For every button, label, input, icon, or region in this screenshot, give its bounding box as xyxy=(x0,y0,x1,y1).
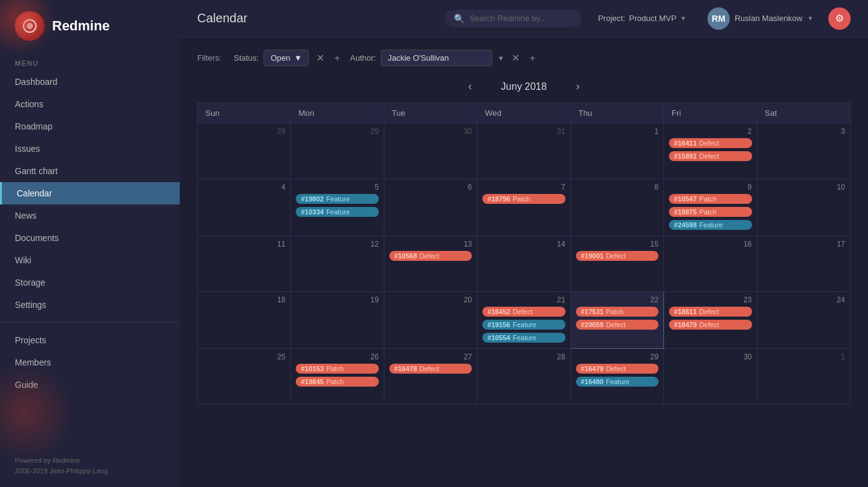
cell-date: 27 xyxy=(389,353,472,361)
issue-type: Defect xyxy=(606,365,626,372)
menu-label: MENU xyxy=(0,55,180,71)
cell-date: 22 xyxy=(576,296,658,304)
calendar-cell: 28 xyxy=(477,349,570,405)
issue-type: Patch xyxy=(699,195,717,203)
status-filter-select[interactable]: Open ▼ xyxy=(264,50,309,66)
issue-type: Feature xyxy=(513,321,536,328)
sidebar-item-settings[interactable]: Settings xyxy=(0,294,180,316)
cell-date: 28 xyxy=(203,127,285,136)
issue-badge[interactable]: #19156Feature xyxy=(482,320,565,330)
issue-type: Defect xyxy=(699,321,719,328)
issue-badge[interactable]: #16478Defect xyxy=(389,364,472,374)
cell-date: 18 xyxy=(203,296,285,304)
cell-date: 30 xyxy=(389,127,472,136)
calendar-day-header-thu: Thu xyxy=(570,103,663,123)
sidebar-item-actions[interactable]: Actions xyxy=(0,93,180,115)
cell-date: 10 xyxy=(763,183,845,191)
cell-date: 4 xyxy=(203,183,285,191)
author-filter-clear[interactable]: ✕ xyxy=(509,51,522,65)
issue-badge[interactable]: #10153Patch xyxy=(296,364,378,374)
issue-id: #19156 xyxy=(487,321,510,328)
issue-type: Patch xyxy=(513,195,530,203)
user-profile[interactable]: RM Ruslan Maslenkow ▼ xyxy=(702,5,818,32)
calendar-cell: 17 xyxy=(757,236,850,292)
cell-date: 9 xyxy=(669,183,751,191)
project-selector[interactable]: Project: Product MVP ▼ xyxy=(591,10,693,27)
next-month-button[interactable]: › xyxy=(571,77,585,95)
issue-badge[interactable]: #24598Feature xyxy=(669,220,751,230)
issue-badge[interactable]: #16411Defect xyxy=(669,138,751,148)
cell-date: 8 xyxy=(576,183,658,191)
sidebar: Redmine MENU DashboardActionsRoadmapIssu… xyxy=(0,0,180,487)
sidebar-item-wiki[interactable]: Wiki xyxy=(0,249,180,271)
issue-type: Patch xyxy=(699,208,717,216)
author-filter-add[interactable]: + xyxy=(527,51,538,65)
issue-badge[interactable]: #16480Feature xyxy=(576,377,658,387)
settings-icon[interactable]: ⚙ xyxy=(828,7,851,30)
status-filter-group: Status: Open ▼ ✕ + xyxy=(234,50,343,66)
cell-date: 7 xyxy=(482,183,565,191)
sidebar-item-storage[interactable]: Storage xyxy=(0,271,180,294)
issue-id: #17531 xyxy=(581,308,604,315)
issue-badge[interactable]: #10554Feature xyxy=(482,333,565,343)
sidebar-item-news[interactable]: News xyxy=(0,204,180,227)
cell-date: 1 xyxy=(763,353,845,361)
issue-badge[interactable]: #18796Patch xyxy=(482,194,565,204)
calendar-cell: 30 xyxy=(664,349,757,405)
issue-id: #16452 xyxy=(487,308,510,315)
project-name: Product MVP xyxy=(629,14,676,23)
calendar-cell: 31 xyxy=(477,123,570,179)
issue-id: #19001 xyxy=(581,252,604,260)
calendar-grid: SunMonTueWedThuFriSat 2829303112#16411De… xyxy=(197,103,851,405)
issue-type: Feature xyxy=(326,208,350,216)
issue-badge[interactable]: #19001Defect xyxy=(576,251,658,261)
issue-badge[interactable]: #17531Patch xyxy=(576,307,658,317)
issue-badge[interactable]: #16479Defect xyxy=(576,364,658,374)
issue-type: Patch xyxy=(606,308,623,315)
calendar-cell: 4 xyxy=(198,179,291,236)
sidebar-item-members[interactable]: Members xyxy=(0,351,180,374)
calendar-day-header-sun: Sun xyxy=(198,103,291,123)
issue-badge[interactable]: #19875Patch xyxy=(669,207,751,217)
status-filter-add[interactable]: + xyxy=(332,51,342,65)
sidebar-item-issues[interactable]: Issues xyxy=(0,138,180,160)
sidebar-item-calendar[interactable]: Calendar xyxy=(0,182,180,204)
status-filter-clear[interactable]: ✕ xyxy=(314,51,327,65)
issue-badge[interactable]: #18479Defect xyxy=(669,320,751,330)
prev-month-button[interactable]: ‹ xyxy=(463,77,477,95)
issue-badge[interactable]: #20059Defect xyxy=(576,320,658,330)
sidebar-item-guide[interactable]: Guide xyxy=(0,374,180,396)
search-bar[interactable]: 🔍 xyxy=(445,10,582,27)
issue-badge[interactable]: #10568Defect xyxy=(389,251,472,261)
issue-badge[interactable]: #19845Patch xyxy=(296,377,378,387)
cell-date: 30 xyxy=(669,353,751,361)
header: Calendar 🔍 Project: Product MVP ▼ RM Rus… xyxy=(180,0,868,37)
issue-badge[interactable]: #18611Defect xyxy=(669,307,751,317)
cell-date: 17 xyxy=(763,240,845,248)
sidebar-item-documents[interactable]: Documents xyxy=(0,227,180,249)
issue-type: Feature xyxy=(606,378,629,385)
sidebar-item-dashboard[interactable]: Dashboard xyxy=(0,71,180,93)
issue-badge[interactable]: #16452Defect xyxy=(482,307,565,317)
sidebar-item-roadmap[interactable]: Roadmap xyxy=(0,115,180,138)
calendar-cell: 9#10547Patch#19875Patch#24598Feature xyxy=(664,179,757,236)
issue-id: #18611 xyxy=(674,308,697,315)
issue-id: #15891 xyxy=(674,152,697,160)
issue-badge[interactable]: #10547Patch xyxy=(669,194,751,204)
sidebar-subnav: ProjectsMembersGuide xyxy=(0,329,180,396)
cell-issues: #17531Patch#20059Defect xyxy=(576,307,658,331)
status-filter-value: Open xyxy=(270,53,290,63)
issue-id: #19845 xyxy=(301,378,324,385)
author-filter-value[interactable]: Jackie O'Sullivan xyxy=(381,50,492,66)
search-input[interactable] xyxy=(469,14,562,23)
issue-badge[interactable]: #10334Feature xyxy=(296,207,378,217)
calendar-cell: 29 xyxy=(291,123,384,179)
issue-type: Defect xyxy=(699,152,719,160)
issue-badge[interactable]: #19802Feature xyxy=(296,194,378,204)
calendar-day-header-tue: Tue xyxy=(384,103,477,123)
cell-date: 13 xyxy=(389,240,472,248)
sidebar-item-gantt[interactable]: Gantt chart xyxy=(0,160,180,182)
issue-badge[interactable]: #15891Defect xyxy=(669,151,751,161)
sidebar-item-projects[interactable]: Projects xyxy=(0,329,180,351)
issue-type: Defect xyxy=(699,139,719,147)
